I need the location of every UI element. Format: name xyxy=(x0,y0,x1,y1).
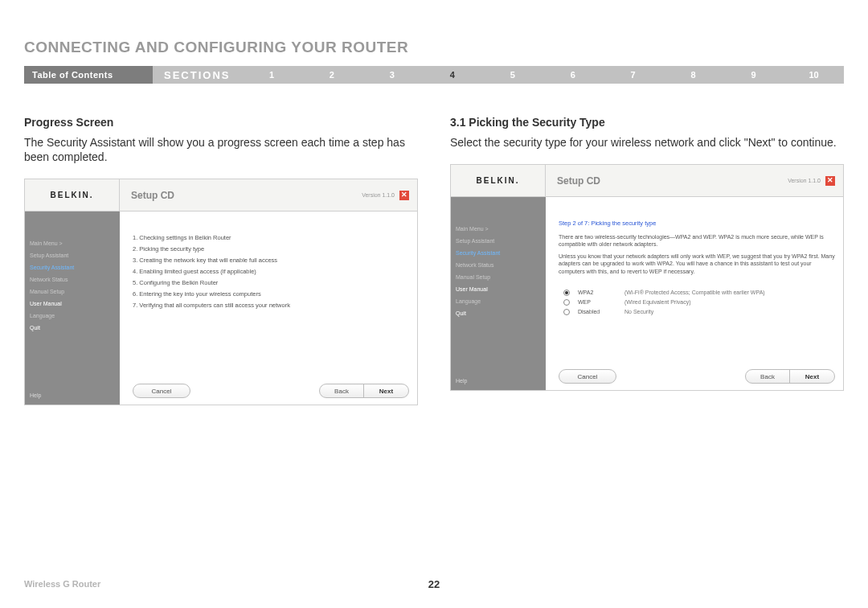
option-wpa2[interactable]: WPA2 (Wi-Fi® Protected Access; Compatibl… xyxy=(563,290,835,296)
left-heading: Progress Screen xyxy=(24,116,418,129)
right-body: Select the security type for your wirele… xyxy=(450,135,844,150)
sidebar-item-language[interactable]: Language xyxy=(456,298,541,304)
description-2: Unless you know that your network adapte… xyxy=(559,253,835,274)
sidebar: Main Menu > Setup Assistant Security Ass… xyxy=(451,197,546,390)
sidebar-item-network-status[interactable]: Network Status xyxy=(30,277,115,282)
sidebar-item-manual-setup[interactable]: Manual Setup xyxy=(30,289,115,294)
window-title: Setup CD xyxy=(546,165,788,196)
sidebar-item-manual-setup[interactable]: Manual Setup xyxy=(456,274,541,280)
progress-step-2: 2. Picking the security type xyxy=(133,245,409,253)
next-button[interactable]: Next xyxy=(790,370,834,383)
progress-step-5: 5. Configuring the Belkin Router xyxy=(133,279,409,286)
version-label: Version 1.1.0 xyxy=(788,178,821,183)
sidebar-item-help[interactable]: Help xyxy=(30,392,41,398)
sidebar-item-setup-assistant[interactable]: Setup Assistant xyxy=(30,253,115,258)
cancel-button[interactable]: Cancel xyxy=(133,384,190,398)
page-footer: Wireless G Router 22 xyxy=(24,579,844,589)
window-title: Setup CD xyxy=(120,179,362,211)
brand-logo: BELKIN. xyxy=(25,179,120,211)
section-link-7[interactable]: 7 xyxy=(603,70,663,80)
step-indicator: Step 2 of 7: Picking the security type xyxy=(559,220,835,227)
sidebar-item-quit[interactable]: Quit xyxy=(456,310,541,316)
section-navbar: Table of Contents SECTIONS 1 2 3 4 5 6 7… xyxy=(24,66,844,84)
page-number: 22 xyxy=(428,578,440,590)
radio-icon[interactable] xyxy=(563,309,570,315)
right-heading: 3.1 Picking the Security Type xyxy=(450,116,844,129)
section-link-8[interactable]: 8 xyxy=(663,70,723,80)
option-disabled[interactable]: Disabled No Security xyxy=(563,309,835,315)
sidebar-item-help[interactable]: Help xyxy=(456,378,467,384)
progress-step-6: 6. Entering the key into your wireless c… xyxy=(133,290,409,298)
radio-icon[interactable] xyxy=(563,299,570,306)
sidebar-item-main-menu[interactable]: Main Menu > xyxy=(456,226,541,232)
sidebar-item-main-menu[interactable]: Main Menu > xyxy=(30,240,115,246)
sidebar-item-quit[interactable]: Quit xyxy=(30,325,115,331)
option-desc: No Security xyxy=(624,309,653,314)
section-link-10[interactable]: 10 xyxy=(784,70,844,80)
sidebar-item-security-assistant[interactable]: Security Assistant xyxy=(30,265,115,270)
progress-step-1: 1. Checking settings in Belkin Router xyxy=(133,234,409,241)
sidebar-item-network-status[interactable]: Network Status xyxy=(456,262,541,268)
sidebar: Main Menu > Setup Assistant Security Ass… xyxy=(25,212,120,405)
option-wep[interactable]: WEP (Wired Equivalent Privacy) xyxy=(563,299,835,306)
option-label: WEP xyxy=(578,299,616,305)
sidebar-item-user-manual[interactable]: User Manual xyxy=(456,286,541,292)
sidebar-item-security-assistant[interactable]: Security Assistant xyxy=(456,250,541,256)
page-title: CONNECTING AND CONFIGURING YOUR ROUTER xyxy=(24,39,844,56)
progress-step-4: 4. Enabling limited guest access (if app… xyxy=(133,268,409,275)
toc-link[interactable]: Table of Contents xyxy=(24,66,153,84)
section-link-6[interactable]: 6 xyxy=(542,70,603,80)
sidebar-item-setup-assistant[interactable]: Setup Assistant xyxy=(456,238,541,244)
progress-step-3: 3. Creating the network key that will en… xyxy=(133,257,409,264)
sidebar-item-user-manual[interactable]: User Manual xyxy=(30,301,115,306)
brand-logo: BELKIN. xyxy=(451,165,546,196)
close-icon[interactable]: ✕ xyxy=(825,176,835,186)
back-button[interactable]: Back xyxy=(320,384,364,397)
sections-label: SECTIONS xyxy=(153,66,241,84)
section-link-2[interactable]: 2 xyxy=(301,70,362,80)
section-link-5[interactable]: 5 xyxy=(482,70,542,80)
version-label: Version 1.1.0 xyxy=(362,192,395,198)
section-numbers: 1 2 3 4 5 6 7 8 9 10 xyxy=(241,66,844,84)
radio-icon[interactable] xyxy=(563,290,570,296)
section-link-4[interactable]: 4 xyxy=(422,70,482,80)
back-next-buttons: Back Next xyxy=(319,384,409,398)
option-label: WPA2 xyxy=(578,290,616,295)
section-link-9[interactable]: 9 xyxy=(723,70,784,80)
back-next-buttons: Back Next xyxy=(745,369,835,384)
progress-step-7: 7. Verifying that all computers can stil… xyxy=(133,302,409,309)
option-desc: (Wi-Fi® Protected Access; Compatible wit… xyxy=(624,290,765,295)
close-icon[interactable]: ✕ xyxy=(399,191,409,200)
cancel-button[interactable]: Cancel xyxy=(559,369,616,384)
progress-window: BELKIN. Setup CD Version 1.1.0 ✕ Main Me… xyxy=(24,179,418,405)
left-body: The Security Assistant will show you a p… xyxy=(24,135,418,164)
section-link-3[interactable]: 3 xyxy=(362,70,422,80)
option-label: Disabled xyxy=(578,309,616,314)
product-name: Wireless G Router xyxy=(24,579,100,589)
section-link-1[interactable]: 1 xyxy=(241,70,301,80)
sidebar-item-language[interactable]: Language xyxy=(30,313,115,318)
option-desc: (Wired Equivalent Privacy) xyxy=(624,299,690,305)
next-button[interactable]: Next xyxy=(364,384,408,397)
back-button[interactable]: Back xyxy=(746,370,790,383)
security-type-window: BELKIN. Setup CD Version 1.1.0 ✕ Main Me… xyxy=(450,164,844,391)
description-1: There are two wireless-security technolo… xyxy=(559,233,835,248)
